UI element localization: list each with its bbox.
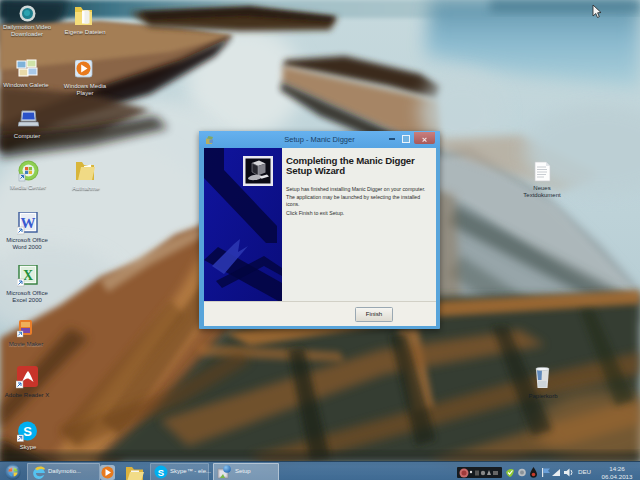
svg-text:S: S xyxy=(23,424,32,439)
svg-text:X: X xyxy=(23,268,33,283)
svg-text:S: S xyxy=(158,467,164,478)
